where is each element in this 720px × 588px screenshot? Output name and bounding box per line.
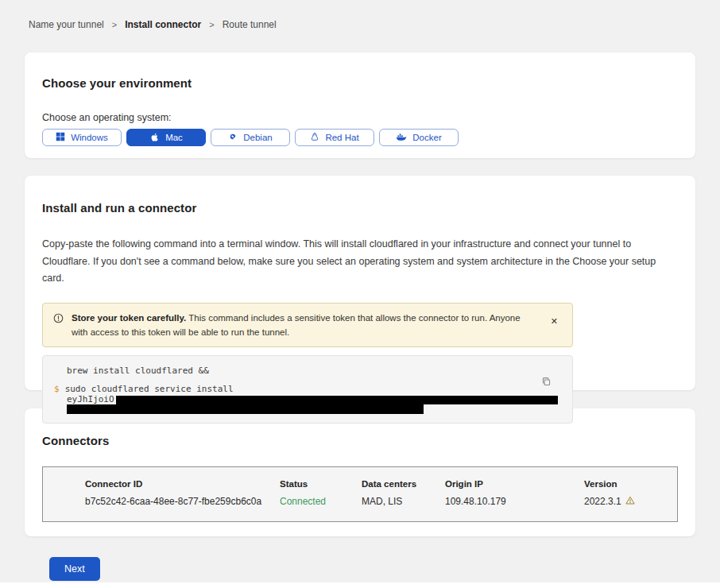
connectors-card-title: Connectors [42, 434, 678, 447]
connectors-card: Connectors Connector ID Status Data cent… [25, 408, 695, 536]
apple-logo-icon [149, 132, 160, 144]
breadcrumb: Name your tunnel > Install connector > R… [0, 0, 720, 30]
os-button-mac[interactable]: Mac [126, 129, 206, 146]
connector-table-row: b7c52c42-6caa-48ee-8c77-fbe259cb6c0a Con… [85, 496, 677, 507]
install-card-title: Install and run a connector [42, 201, 678, 215]
os-button-docker[interactable]: Docker [379, 129, 459, 146]
redacted-token-bar [116, 396, 558, 404]
environment-card-title: Choose your environment [42, 76, 678, 90]
linux-penguin-icon [310, 132, 319, 144]
connectors-table-header: Connector ID Status Data centers Origin … [85, 479, 677, 489]
column-header-origin-ip: Origin IP [445, 479, 584, 489]
next-button[interactable]: Next [49, 557, 100, 581]
token-prefix: eyJhIjoiO [67, 394, 114, 404]
version-warning-icon [625, 496, 635, 507]
token-line: eyJhIjoiO [67, 395, 561, 414]
breadcrumb-route-tunnel[interactable]: Route tunnel [223, 19, 277, 30]
page-content: Choose your environment Choose an operat… [25, 52, 695, 581]
install-connector-card: Install and run a connector Copy-paste t… [25, 176, 695, 390]
windows-logo-icon [56, 132, 65, 143]
connector-id-value: b7c52c42-6caa-48ee-8c77-fbe259cb6c0a [85, 496, 280, 507]
banner-close-button[interactable]: ✕ [546, 313, 563, 330]
os-select-label: Choose an operating system: [42, 112, 678, 123]
breadcrumb-name-your-tunnel[interactable]: Name your tunnel [29, 19, 104, 30]
connector-version-value: 2022.3.1 [584, 496, 677, 507]
shell-prompt: $ [54, 384, 60, 394]
os-button-label: Debian [243, 133, 272, 142]
os-button-label: Mac [165, 133, 183, 142]
column-header-status: Status [280, 479, 362, 489]
os-button-debian[interactable]: Debian [211, 129, 290, 146]
version-number: 2022.3.1 [584, 496, 621, 507]
banner-message-bold: Store your token carefully. [72, 313, 186, 323]
footer-strip [0, 582, 720, 588]
install-command-codeblock: brew install cloudflared && $ sudo cloud… [42, 355, 573, 424]
column-header-data-centers: Data centers [362, 479, 445, 489]
code-line-brew: brew install cloudflared && [67, 366, 561, 376]
os-button-label: Docker [412, 133, 441, 142]
os-button-row: Windows Mac Debian [42, 129, 678, 146]
breadcrumb-separator: > [209, 20, 214, 29]
code-line-sudo-text: sudo cloudflared service install [65, 384, 234, 394]
install-instructions: Copy-paste the following command into a … [42, 236, 678, 288]
banner-message: Store your token carefully. This command… [72, 311, 538, 340]
os-button-windows[interactable]: Windows [42, 129, 122, 146]
breadcrumb-install-connector[interactable]: Install connector [125, 19, 201, 30]
copy-command-button[interactable] [540, 375, 553, 391]
docker-whale-icon [396, 132, 407, 143]
code-line-sudo: $ sudo cloudflared service install [54, 384, 561, 394]
os-button-label: Windows [71, 133, 108, 142]
connector-data-centers-value: MAD, LIS [362, 496, 445, 507]
connector-origin-ip-value: 109.48.10.179 [445, 496, 584, 507]
choose-environment-card: Choose your environment Choose an operat… [25, 52, 695, 158]
debian-swirl-icon [228, 132, 238, 143]
token-warning-banner: Store your token carefully. This command… [42, 303, 573, 348]
connector-status-value: Connected [280, 496, 362, 507]
column-header-connector-id: Connector ID [85, 479, 280, 489]
redacted-token-bar [67, 404, 424, 414]
os-button-redhat[interactable]: Red Hat [295, 129, 374, 146]
breadcrumb-separator: > [112, 20, 117, 29]
alert-circle-icon [53, 313, 64, 327]
column-header-version: Version [584, 479, 677, 489]
os-button-label: Red Hat [325, 133, 358, 142]
connectors-table: Connector ID Status Data centers Origin … [42, 466, 678, 522]
